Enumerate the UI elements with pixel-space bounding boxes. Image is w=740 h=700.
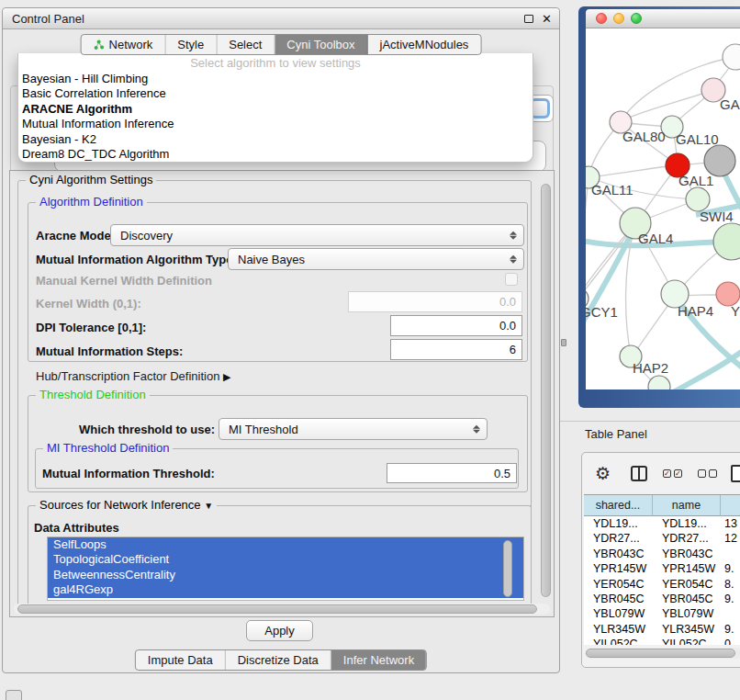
column-header-shared[interactable]: shared... xyxy=(584,495,653,516)
network-canvas[interactable]: GALGAL80GAL10GAL1GAL11SWI4GAL4HAP4YGCY1H… xyxy=(586,28,740,390)
manual-kernel-label: Manual Kernel Width Definition xyxy=(36,274,212,288)
dropdown-item-basic-correlation-inference[interactable]: Basic Correlation Inference xyxy=(18,86,533,101)
settings-scrollbar-thumb[interactable] xyxy=(541,184,551,597)
deselect-all-icon[interactable] xyxy=(698,469,717,478)
network-node[interactable] xyxy=(723,44,740,70)
mi-type-label: Mutual Information Algorithm Type: xyxy=(36,253,237,266)
network-edge[interactable] xyxy=(586,177,589,297)
table-row[interactable]: YBR043CYBR043C xyxy=(584,547,740,561)
table-row[interactable]: YPR145WYPR145W9. xyxy=(584,561,740,576)
control-panel-titlebar[interactable]: Control Panel ✕ xyxy=(3,8,559,29)
attribute-item-gal4rgexp[interactable]: gal4RGexp xyxy=(48,582,523,597)
select-all-icon[interactable]: ✓✓ xyxy=(663,469,682,478)
data-attributes-label: Data Attributes xyxy=(34,521,119,535)
table-row[interactable]: YBL079WYBL079W xyxy=(584,606,740,621)
tab-label: Style xyxy=(177,35,204,54)
network-node[interactable] xyxy=(648,376,670,390)
table-row[interactable]: YDL19...YDL19...13 xyxy=(584,516,740,531)
network-edge[interactable] xyxy=(589,165,675,177)
mi-threshold-group-title: MI Threshold Definition xyxy=(43,441,173,455)
table-cell: YPR145W xyxy=(584,561,653,576)
tab-style[interactable]: Style xyxy=(165,35,217,54)
checked-box-icon: ✓ xyxy=(663,469,671,478)
dropdown-item-dream8-dc-tdc-algorithm[interactable]: Dream8 DC_TDC Algorithm xyxy=(18,147,533,162)
node-table[interactable]: shared...nameAYDL19...YDL19...13YDR27...… xyxy=(584,494,740,645)
dropdown-placeholder: Select algorithm to view settings xyxy=(18,54,533,72)
data-attributes-list[interactable]: SelfLoopsTopologicalCoefficientBetweenne… xyxy=(47,536,524,601)
table-row[interactable]: YIL052CYIL052C0. xyxy=(584,637,740,645)
hub-definition-toggle[interactable]: Hub/Transcription Factor Definition ▶ xyxy=(36,369,230,383)
tab-infer-network[interactable]: Infer Network xyxy=(331,650,426,670)
table-cell: 9. xyxy=(721,592,740,606)
node-label-y: Y xyxy=(731,303,740,319)
columns-icon[interactable] xyxy=(631,466,647,481)
column-header-a[interactable]: A xyxy=(721,495,740,516)
mi-steps-field[interactable]: 6 xyxy=(390,339,522,360)
tab-select[interactable]: Select xyxy=(217,35,275,54)
mi-type-combo[interactable]: Naive Bayes xyxy=(228,248,524,270)
tab-label: Cyni Toolbox xyxy=(286,35,354,54)
table-hscrollbar[interactable] xyxy=(585,648,740,659)
mi-threshold-field[interactable]: 0.5 xyxy=(387,463,517,483)
settings-hscrollbar[interactable] xyxy=(14,604,550,615)
table-row[interactable]: YLR345WYLR345W9. xyxy=(584,622,740,637)
aracne-mode-combo[interactable]: Discovery xyxy=(110,224,524,246)
network-edge[interactable] xyxy=(667,341,740,390)
attributes-scrollbar-thumb[interactable] xyxy=(503,540,512,597)
gear-icon[interactable]: ⚙ xyxy=(595,463,611,484)
which-threshold-combo[interactable]: MI Threshold xyxy=(219,418,488,440)
attribute-item-topologicalcoefficient[interactable]: TopologicalCoefficient xyxy=(48,552,523,567)
mi-type-value: Naive Bayes xyxy=(238,253,305,266)
dpi-tolerance-field[interactable]: 0.0 xyxy=(390,315,522,336)
stepper-arrows-icon xyxy=(510,254,517,265)
table-hscrollbar-thumb[interactable] xyxy=(586,649,735,658)
table-cell: 9. xyxy=(721,622,740,637)
unchecked-box-icon xyxy=(698,469,706,478)
settings-hscrollbar-thumb[interactable] xyxy=(17,604,537,614)
minimize-traffic-light-icon[interactable] xyxy=(613,13,624,24)
close-traffic-light-icon[interactable] xyxy=(596,13,607,24)
dropdown-item-bayesian-k2[interactable]: Bayesian - K2 xyxy=(18,132,533,147)
dpi-tolerance-label: DPI Tolerance [0,1]: xyxy=(36,321,146,334)
kernel-width-field[interactable]: 0.0 xyxy=(348,291,522,312)
table-row[interactable]: YDR27...YDR27...12 xyxy=(584,531,740,546)
tab-network[interactable]: Network xyxy=(82,35,166,54)
table-row[interactable]: YER054CYER054C8. xyxy=(584,577,740,592)
export-table-icon[interactable] xyxy=(731,465,740,482)
network-graph[interactable]: GALGAL80GAL10GAL1GAL11SWI4GAL4HAP4YGCY1H… xyxy=(586,28,740,390)
collapsed-panel-icon[interactable] xyxy=(6,690,22,700)
tab-discretize-data[interactable]: Discretize Data xyxy=(226,650,331,670)
bottom-tabs: Impute DataDiscretize DataInfer Network xyxy=(135,649,427,671)
float-panel-icon[interactable] xyxy=(524,15,533,23)
network-node[interactable] xyxy=(704,145,735,176)
tab-cyni-toolbox[interactable]: Cyni Toolbox xyxy=(275,35,367,54)
close-icon[interactable]: ✕ xyxy=(542,13,552,25)
dropdown-item-bayesian-hill-climbing[interactable]: Bayesian - Hill Climbing xyxy=(18,72,533,86)
network-edge[interactable] xyxy=(622,90,713,120)
sources-title[interactable]: Sources for Network Inference ▼ xyxy=(36,498,217,512)
tab-label: Impute Data xyxy=(148,650,213,670)
splitter-handle[interactable] xyxy=(561,339,566,346)
zoom-traffic-light-icon[interactable] xyxy=(631,13,642,24)
table-cell: 0. xyxy=(721,637,740,645)
table-cell: YPR145W xyxy=(653,561,721,576)
node-label-gal1: GAL1 xyxy=(678,173,713,188)
sources-title-text: Sources for Network Inference xyxy=(39,498,201,512)
manual-kernel-checkbox[interactable] xyxy=(505,273,518,286)
table-row[interactable]: YBR045CYBR045C9. xyxy=(584,592,740,606)
dropdown-item-mutual-information-inference[interactable]: Mutual Information Inference xyxy=(18,117,533,131)
tab-jactivemnodules[interactable]: jActiveMNodules xyxy=(368,35,481,54)
tab-impute-data[interactable]: Impute Data xyxy=(136,650,226,670)
network-node[interactable] xyxy=(713,223,740,260)
column-header-name[interactable]: name xyxy=(653,495,721,516)
dropdown-item-aracne-algorithm[interactable]: ARACNE Algorithm xyxy=(18,102,533,117)
stepper-arrows-icon xyxy=(473,423,480,435)
apply-button[interactable]: Apply xyxy=(246,620,313,641)
dropdown-items: Bayesian - Hill ClimbingBasic Correlatio… xyxy=(18,72,533,162)
chevron-right-icon: ▶ xyxy=(223,371,230,382)
attribute-item-selfloops[interactable]: SelfLoops xyxy=(48,537,523,552)
table-cell xyxy=(721,547,740,561)
checked-box-icon: ✓ xyxy=(674,469,682,478)
network-window-titlebar[interactable] xyxy=(586,9,740,28)
attribute-item-betweennesscentrality[interactable]: BetweennessCentrality xyxy=(48,568,523,582)
